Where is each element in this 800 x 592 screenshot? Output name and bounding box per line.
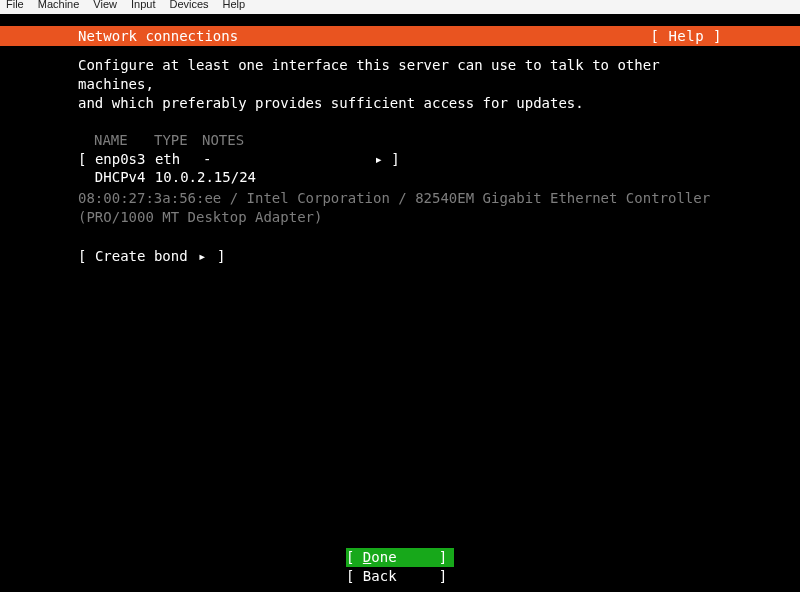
- bracket-close: ]: [397, 549, 448, 565]
- host-menu-file[interactable]: File: [6, 0, 24, 12]
- host-menubar[interactable]: File Machine View Input Devices Help: [0, 0, 800, 14]
- col-notes: NOTES: [202, 131, 262, 150]
- chevron-right-icon: ▸: [198, 248, 206, 264]
- bracket-open: [: [346, 568, 363, 584]
- iface-notes: -: [203, 150, 263, 169]
- done-rest: one: [371, 549, 396, 565]
- bracket-open: [: [78, 151, 86, 167]
- done-button[interactable]: [ Done ]: [346, 548, 454, 567]
- bracket-open: [: [346, 549, 363, 565]
- instructions-line1: Configure at least one interface this se…: [78, 56, 722, 94]
- dhcp-value: 10.0.2.15/24: [155, 169, 256, 185]
- host-menu-machine[interactable]: Machine: [38, 0, 80, 12]
- iface-name: enp0s3: [95, 150, 155, 169]
- col-name: NAME: [94, 131, 154, 150]
- bracket-close: ]: [391, 151, 399, 167]
- back-label: Back: [363, 568, 397, 584]
- instructions: Configure at least one interface this se…: [78, 56, 722, 113]
- back-button[interactable]: [ Back ]: [346, 567, 454, 586]
- create-bond-label: Create bond: [95, 248, 188, 264]
- chevron-right-icon: ▸: [263, 150, 383, 169]
- bracket-close: ]: [217, 248, 225, 264]
- gap: [0, 14, 800, 26]
- installer-screen: Network connections [ Help ] Configure a…: [0, 14, 800, 592]
- titlebar: Network connections [ Help ]: [0, 26, 800, 46]
- footer-buttons: [ Done ] [ Back ]: [0, 548, 800, 586]
- column-headers: NAMETYPENOTES: [78, 131, 722, 150]
- dhcp-label: DHCPv4: [95, 168, 155, 187]
- help-button[interactable]: [ Help ]: [651, 27, 722, 46]
- bracket-open: [: [78, 248, 86, 264]
- page-title: Network connections: [78, 27, 238, 46]
- content: Configure at least one interface this se…: [0, 46, 800, 266]
- host-menu-view[interactable]: View: [93, 0, 117, 12]
- host-menu-help[interactable]: Help: [223, 0, 246, 12]
- interface-hwinfo: 08:00:27:3a:56:ee / Intel Corporation / …: [78, 189, 722, 227]
- host-menu-devices[interactable]: Devices: [169, 0, 208, 12]
- iface-type: eth: [155, 150, 203, 169]
- hwinfo-line1: 08:00:27:3a:56:ee / Intel Corporation / …: [78, 189, 722, 208]
- col-type: TYPE: [154, 131, 202, 150]
- interface-dhcp: DHCPv410.0.2.15/24: [78, 168, 722, 187]
- create-bond-button[interactable]: [ Create bond ▸ ]: [78, 247, 722, 266]
- interface-row-enp0s3[interactable]: [ enp0s3eth-▸ ]: [78, 150, 722, 169]
- instructions-line2: and which preferably provides sufficient…: [78, 94, 722, 113]
- host-menu-input[interactable]: Input: [131, 0, 155, 12]
- interface-list: NAMETYPENOTES [ enp0s3eth-▸ ] DHCPv410.0…: [78, 131, 722, 227]
- bracket-close: ]: [397, 568, 448, 584]
- hwinfo-line2: (PRO/1000 MT Desktop Adapter): [78, 208, 722, 227]
